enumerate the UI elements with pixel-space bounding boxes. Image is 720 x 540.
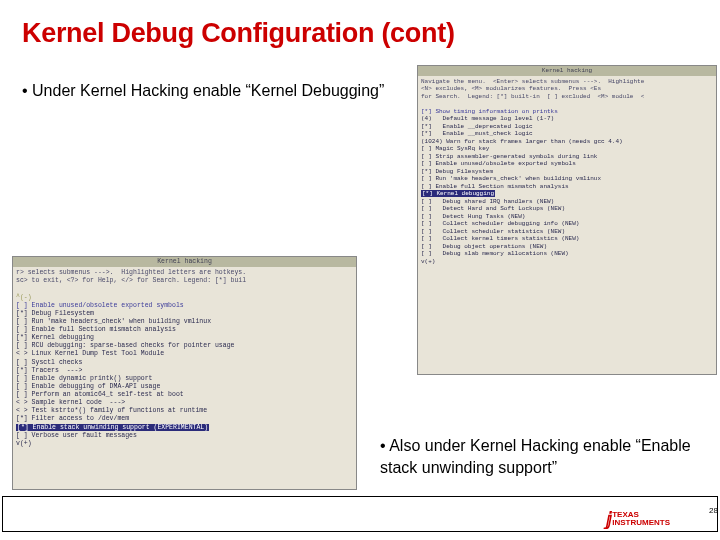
menu-item-selected-kernel-debugging: [*] Kernel debugging	[421, 190, 713, 198]
blank	[421, 100, 713, 108]
menu-item: [ ] Debug slab memory allocations (NEW)	[421, 250, 713, 258]
menu-item: < > Linux Kernel Dump Test Tool Module	[16, 350, 353, 358]
terminal-left-header: Kernel hacking	[13, 257, 356, 267]
menu-item: [ ] Strip assembler-generated symbols du…	[421, 153, 713, 161]
menu-item: [ ] Enable unused/obsolete exported symb…	[421, 160, 713, 168]
help-line: sc> to exit, <?> for Help, </> for Searc…	[16, 277, 353, 285]
scroll-down: v(+)	[421, 258, 713, 266]
menu-item: [ ] Magic SysRq key	[421, 145, 713, 153]
scroll-down: v(+)	[16, 440, 353, 448]
help-line: for Search. Legend: [*] built-in [ ] exc…	[421, 93, 713, 101]
menu-item: [ ] RCU debugging: sparse-based checks f…	[16, 342, 353, 350]
menu-item: [ ] Debug object operations (NEW)	[421, 243, 713, 251]
menu-item: [*] Enable __must_check logic	[421, 130, 713, 138]
menu-item: [ ] Collect scheduler debugging info (NE…	[421, 220, 713, 228]
menu-item: [ ] Run 'make headers_check' when buildi…	[16, 318, 353, 326]
ti-logo-icon: ⅉ	[606, 510, 609, 528]
menu-item: [ ] Collect kernel timers statistics (NE…	[421, 235, 713, 243]
menu-item: [*] Tracers --->	[16, 367, 353, 375]
menu-item: [*] Show timing information on printks	[421, 108, 713, 116]
bullet-kernel-debugging: Under Kernel Hacking enable “Kernel Debu…	[22, 80, 392, 102]
menu-item: < > Test kstrto*() family of functions a…	[16, 407, 353, 415]
menu-item: [ ] Enable full Section mismatch analysi…	[16, 326, 353, 334]
menu-item: [ ] Sysctl checks	[16, 359, 353, 367]
menu-item: [ ] Debug shared IRQ handlers (NEW)	[421, 198, 713, 206]
menu-item: [ ] Verbose user fault messages	[16, 432, 353, 440]
scroll-up: ^(-)	[16, 294, 353, 302]
menu-item: [*] Filter access to /dev/mem	[16, 415, 353, 423]
menu-item: [*] Debug Filesystem	[16, 310, 353, 318]
menu-item: (1024) Warn for stack frames larger than…	[421, 138, 713, 146]
menu-item: (4) Default message log level (1-7)	[421, 115, 713, 123]
page-number: 28	[709, 506, 718, 515]
terminal-right-header: Kernel hacking	[418, 66, 716, 76]
ti-logo: ⅉ TEXAS INSTRUMENTS	[606, 510, 670, 528]
menu-item: [ ] Detect Hung Tasks (NEW)	[421, 213, 713, 221]
menu-item-selected-stack-unwinding: [*] Enable stack unwinding support (EXPE…	[16, 424, 353, 432]
menu-item: [ ] Enable dynamic printk() support	[16, 375, 353, 383]
menu-item: [ ] Enable full Section mismatch analysi…	[421, 183, 713, 191]
menu-item: [ ] Detect Hard and Soft Lockups (NEW)	[421, 205, 713, 213]
ti-logo-text2: INSTRUMENTS	[612, 519, 670, 527]
menu-item: [*] Kernel debugging	[16, 334, 353, 342]
menu-item: [ ] Perform an atomic64_t self-test at b…	[16, 391, 353, 399]
menu-item: [*] Enable __deprecated logic	[421, 123, 713, 131]
slide-title: Kernel Debug Configuration (cont)	[22, 18, 455, 49]
blank	[16, 285, 353, 293]
help-line: Navigate the menu. <Enter> selects subme…	[421, 78, 713, 86]
bullet-stack-unwinding: Also under Kernel Hacking enable “Enable…	[380, 435, 700, 478]
menu-item: [ ] Collect scheduler statistics (NEW)	[421, 228, 713, 236]
menu-item: [ ] Run 'make headers_check' when buildi…	[421, 175, 713, 183]
terminal-left: Kernel hacking r> selects submenus --->.…	[12, 256, 357, 490]
help-line: r> selects submenus --->. Highlighted le…	[16, 269, 353, 277]
menu-item: < > Sample kernel code --->	[16, 399, 353, 407]
menu-item: [*] Debug Filesystem	[421, 168, 713, 176]
terminal-right: Kernel hacking Navigate the menu. <Enter…	[417, 65, 717, 375]
menu-item: [ ] Enable debugging of DMA-API usage	[16, 383, 353, 391]
menu-item: [ ] Enable unused/obsolete exported symb…	[16, 302, 353, 310]
help-line: <N> excludes, <M> modularizes features. …	[421, 85, 713, 93]
